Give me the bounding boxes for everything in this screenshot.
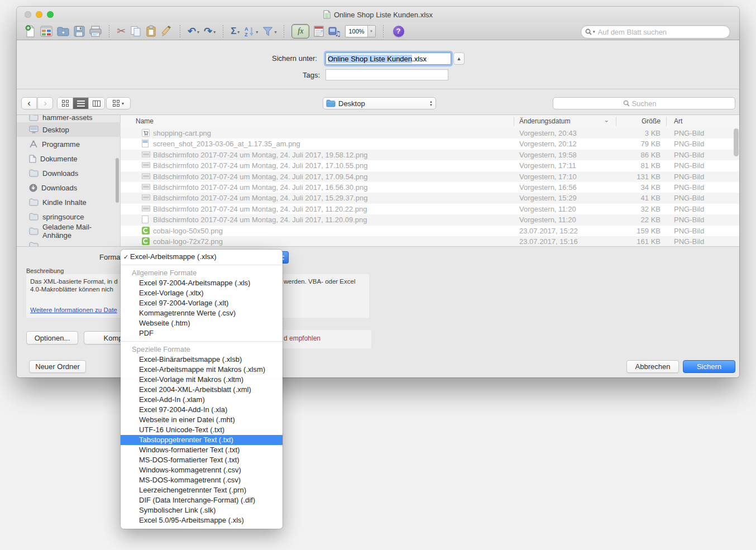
open-icon[interactable]: [57, 25, 69, 38]
redo-icon[interactable]: ↷▾: [204, 25, 216, 38]
column-view-button[interactable]: [89, 98, 104, 109]
zoom-control[interactable]: 100%▾: [345, 25, 375, 37]
menu-item-tabstoppgetrennter-text-txt[interactable]: Tabstoppgetrennter Text (.txt): [121, 435, 283, 445]
save-button[interactable]: Sichern: [683, 360, 735, 373]
file-row[interactable]: cobai-logo-50x50.png23.07.2017, 15:22159…: [121, 226, 739, 236]
autosum-icon[interactable]: Σ▾: [231, 25, 240, 38]
sidebar-item-downloads[interactable]: Downloads: [17, 166, 121, 180]
menu-item-webseite-in-einer-datei-mht[interactable]: Webseite in einer Datei (.mht): [121, 415, 283, 425]
column-divider[interactable]: [666, 117, 667, 126]
menu-item-excel-97-2004-arbeitsmappe-xls[interactable]: Excel 97-2004-Arbeitsmappe (.xls): [121, 278, 283, 288]
more-info-link[interactable]: Weitere Informationen zu Date: [30, 307, 117, 313]
icon-view-button[interactable]: [58, 98, 73, 109]
file-row[interactable]: shopping-cart.pngVorgestern, 20:433 KBPN…: [121, 128, 739, 138]
dropdown-caret-icon[interactable]: ▾: [213, 27, 216, 38]
paste-icon[interactable]: [146, 25, 156, 38]
menu-item-excel-arbeitsmappe-xlsx[interactable]: ✓Excel-Arbeitsmappe (.xlsx): [121, 252, 283, 262]
arrange-menu-button[interactable]: ▾: [106, 97, 131, 109]
toolbox-icon[interactable]: [314, 25, 324, 38]
help-button[interactable]: ?: [393, 26, 404, 37]
file-date: Vorgestern, 17:10: [519, 171, 577, 182]
options-button[interactable]: Optionen...: [26, 331, 78, 345]
menu-item-excel-2004-xml-arbeitsblatt-xml[interactable]: Excel 2004-XML-Arbeitsblatt (.xml): [121, 385, 283, 395]
filter-icon[interactable]: ▾: [262, 25, 276, 38]
new-workbook-icon[interactable]: [25, 25, 36, 38]
new-folder-button[interactable]: Neuer Ordner: [29, 360, 86, 373]
menu-item-windows-formatierter-text-txt[interactable]: Windows-formatierter Text (.txt): [121, 445, 283, 455]
column-header-kind[interactable]: Art: [674, 115, 682, 128]
sidebar-item-kindle-inhalte[interactable]: Kindle Inhalte: [17, 195, 121, 209]
file-row[interactable]: Bildschirmfoto 2017-07-24 um Montag, 24.…: [121, 204, 739, 214]
location-popup[interactable]: Desktop ▲▼: [323, 97, 436, 109]
browser-search-input[interactable]: [553, 99, 735, 108]
sidebar-scrollbar[interactable]: [116, 158, 119, 203]
menu-item-excel-bin-rarbeitsmappe-xlsb[interactable]: Excel-Binärarbeitsmappe (.xlsb): [121, 355, 283, 365]
file-row[interactable]: Bildschirmfoto 2017-07-24 um Montag, 24.…: [121, 160, 739, 171]
file-row[interactable]: Bildschirmfoto 2017-07-24 um Montag, 24.…: [121, 171, 739, 182]
file-row[interactable]: Bildschirmfoto 2017-07-24 um Montag, 24.…: [121, 182, 739, 193]
format-painter-icon[interactable]: [161, 25, 173, 38]
expand-sheet-button[interactable]: ▲: [453, 52, 465, 65]
media-browser-icon[interactable]: ♫: [328, 25, 341, 38]
workbook-gallery-icon[interactable]: [40, 25, 52, 38]
file-row[interactable]: cobai-logo-72x72.png23.07.2017, 15:16161…: [121, 236, 739, 246]
sort-icon[interactable]: AZ▾: [244, 25, 258, 38]
column-divider[interactable]: [514, 117, 514, 126]
sidebar-item-springsource[interactable]: springsource: [17, 209, 121, 224]
sidebar-item-dokumente[interactable]: Dokumente: [17, 151, 121, 166]
sheet-search-field[interactable]: ▾: [581, 25, 730, 39]
save-icon[interactable]: [74, 25, 85, 38]
cut-icon[interactable]: ✂: [117, 25, 126, 38]
print-icon[interactable]: [89, 25, 102, 38]
dropdown-caret-icon[interactable]: ▾: [237, 27, 240, 38]
menu-item-symbolischer-link-slk[interactable]: Symbolischer Link (.slk): [121, 505, 283, 515]
menu-item-excel-97-2004-vorlage-xlt[interactable]: Excel 97-2004-Vorlage (.xlt): [121, 298, 283, 308]
column-header-name[interactable]: Name: [136, 115, 154, 128]
filename-input[interactable]: Online Shop Liste Kunden.xlsx: [326, 52, 451, 65]
cancel-button[interactable]: Abbrechen: [626, 360, 679, 373]
list-scrollbar[interactable]: [734, 128, 739, 156]
sidebar-item-geladene-mail-anh-nge[interactable]: Geladene Mail-Anhänge: [17, 224, 121, 238]
column-header-size[interactable]: Größe: [633, 115, 661, 128]
file-row[interactable]: Bildschirmfoto 2017-07-24 um Montag, 24.…: [121, 150, 739, 160]
menu-item-excel-97-2004-add-in-xla[interactable]: Excel 97-2004-Add-In (.xla): [121, 405, 283, 415]
menu-item-excel-arbeitsmappe-mit-makros-xlsm[interactable]: Excel-Arbeitsmappe mit Makros (.xlsm): [121, 365, 283, 375]
menu-item-dif-data-interchange-format-dif[interactable]: DIF (Data Interchange-Format) (.dif): [121, 495, 283, 505]
menu-item-ms-dos-formatierter-text-txt[interactable]: MS-DOS-formatierter Text (.txt): [121, 455, 283, 465]
menu-item-excel-vorlage-xltx[interactable]: Excel-Vorlage (.xltx): [121, 288, 283, 298]
file-row[interactable]: Bildschirmfoto 2017-07-24 um Montag, 24.…: [121, 214, 739, 225]
file-row[interactable]: Bildschirmfoto 2017-07-24 um Montag, 24.…: [121, 193, 739, 203]
menu-item-pdf[interactable]: PDF: [121, 328, 283, 338]
dropdown-caret-icon[interactable]: ▾: [256, 27, 258, 38]
undo-icon[interactable]: ↶▾: [188, 25, 199, 38]
sidebar-item-clipped[interactable]: [17, 238, 121, 247]
dropdown-caret-icon[interactable]: ▾: [274, 27, 276, 38]
menu-item-kommagetrennte-werte-csv[interactable]: Kommagetrennte Werte (.csv): [121, 308, 283, 318]
column-header-date[interactable]: Änderungsdatum: [519, 115, 570, 128]
chevron-down-icon[interactable]: ▾: [367, 26, 375, 37]
menu-item-excel-vorlage-mit-makros-xltm[interactable]: Excel-Vorlage mit Makros (.xltm): [121, 375, 283, 385]
tags-input[interactable]: [326, 69, 448, 80]
dropdown-caret-icon[interactable]: ▾: [197, 27, 199, 38]
search-scope-chevron-icon[interactable]: ▾: [593, 30, 595, 34]
sidebar-item-downloads[interactable]: Downloads: [17, 180, 121, 195]
file-row[interactable]: screen_shot_2013-03-06_at_1.17.35_am.png…: [121, 138, 739, 149]
sidebar-item-programme[interactable]: Programme: [17, 137, 121, 151]
file-name: cobai-logo-72x72.png: [153, 236, 223, 246]
list-view-button[interactable]: [73, 98, 89, 109]
forward-button[interactable]: ›: [37, 97, 53, 109]
formula-builder-icon[interactable]: fx: [291, 25, 309, 38]
menu-item-windows-kommagetrennt-csv[interactable]: Windows-kommagetrennt (.csv): [121, 465, 283, 475]
menu-item-utf-16-unicode-text-txt[interactable]: UTF-16 Unicode-Text (.txt): [121, 425, 283, 435]
menu-item-excel-add-in-xlam[interactable]: Excel-Add-In (.xlam): [121, 395, 283, 405]
menu-item-excel-5-0-95-arbeitsmappe-xls[interactable]: Excel 5.0/95-Arbeitsmappe (.xls): [121, 515, 283, 525]
menu-item-ms-dos-kommagetrennt-csv[interactable]: MS-DOS-kommagetrennt (.csv): [121, 475, 283, 485]
sheet-search-input[interactable]: [597, 27, 730, 37]
menu-item-webseite-htm[interactable]: Webseite (.htm): [121, 318, 283, 328]
column-divider[interactable]: [616, 117, 616, 126]
menu-item-leerzeichengetrennter-text-prn[interactable]: Leerzeichengetrennter Text (.prn): [121, 485, 283, 495]
back-button[interactable]: ‹: [21, 97, 37, 109]
browser-search-field[interactable]: [553, 97, 735, 109]
sidebar-item-desktop[interactable]: Desktop: [17, 122, 121, 137]
copy-icon[interactable]: [130, 25, 141, 38]
